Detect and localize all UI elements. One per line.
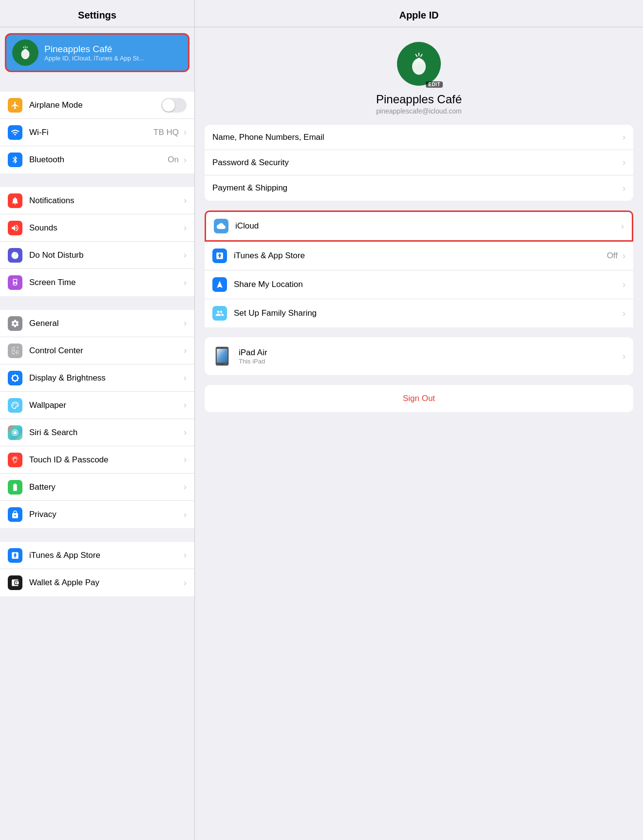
sidebar-item-do-not-disturb[interactable]: Do Not Disturb ›: [0, 242, 194, 269]
notifications-chevron: ›: [184, 195, 187, 206]
sidebar-item-bluetooth[interactable]: Bluetooth On ›: [0, 146, 194, 173]
appstore-right-icon: [215, 251, 224, 260]
apple-id-name: Pineapples Café: [376, 93, 462, 106]
group-divider-3: [0, 296, 194, 310]
left-header: Settings: [0, 0, 194, 27]
sidebar-item-privacy[interactable]: Privacy ›: [0, 501, 194, 528]
siri-search-label: Siri & Search: [29, 428, 182, 438]
right-row-icloud[interactable]: iCloud ›: [205, 210, 633, 242]
sidebar-item-wifi[interactable]: Wi-Fi TB HQ ›: [0, 119, 194, 146]
right-row-share-location[interactable]: Share My Location ›: [205, 270, 633, 299]
display-brightness-icon: [8, 371, 22, 385]
big-avatar[interactable]: EDIT: [397, 42, 441, 86]
group-divider-2: [0, 173, 194, 187]
itunes-appstore-right-chevron: ›: [623, 251, 625, 261]
info-group: Name, Phone Numbers, Email › Password & …: [205, 125, 633, 201]
general-icon: [8, 316, 22, 331]
touch-id-label: Touch ID & Passcode: [29, 455, 182, 465]
ipad-air-info: iPad Air This iPad: [239, 348, 621, 365]
big-pineapple-icon: [405, 50, 433, 77]
screen-time-icon: [8, 275, 22, 290]
sidebar-item-wallpaper[interactable]: Wallpaper ›: [0, 392, 194, 419]
ipad-air-label: iPad Air: [239, 348, 621, 358]
sidebar-item-airplane-mode[interactable]: Airplane Mode: [0, 92, 194, 119]
sidebar-item-screen-time[interactable]: Screen Time ›: [0, 269, 194, 296]
right-panel: Apple ID EDIT Pineapples Café pineapples…: [195, 0, 643, 840]
password-security-chevron: ›: [623, 157, 625, 168]
do-not-disturb-chevron: ›: [184, 250, 187, 260]
location-icon: [215, 280, 224, 289]
display-brightness-chevron: ›: [184, 373, 187, 383]
general-chevron: ›: [184, 318, 187, 328]
sidebar-item-general[interactable]: General ›: [0, 310, 194, 337]
apple-id-profile: EDIT Pineapples Café pineapplescafe@iclo…: [195, 27, 643, 125]
sidebar-item-notifications[interactable]: Notifications ›: [0, 187, 194, 214]
bluetooth-label: Bluetooth: [29, 155, 168, 165]
name-phone-email-chevron: ›: [623, 132, 625, 142]
itunes-appstore-value: Off: [607, 251, 618, 261]
sign-out-group: Sign Out: [205, 385, 633, 412]
right-row-payment-shipping[interactable]: Payment & Shipping ›: [205, 175, 633, 201]
appstore-icon: [8, 548, 22, 563]
family-sharing-icon-container: [212, 306, 227, 321]
sidebar-item-siri-search[interactable]: Siri & Search ›: [0, 419, 194, 446]
right-row-itunes-appstore[interactable]: iTunes & App Store Off ›: [205, 242, 633, 270]
wallet-chevron: ›: [184, 578, 187, 588]
sidebar-item-sounds[interactable]: Sounds ›: [0, 214, 194, 242]
touch-id-chevron: ›: [184, 455, 187, 465]
ipad-air-chevron: ›: [623, 351, 625, 362]
sidebar-item-wallet[interactable]: Wallet & Apple Pay ›: [0, 569, 194, 596]
wifi-label: Wi-Fi: [29, 128, 153, 137]
wallet-label: Wallet & Apple Pay: [29, 578, 182, 588]
wifi-value: TB HQ: [153, 128, 179, 137]
airplane-mode-toggle[interactable]: [161, 98, 187, 113]
icloud-chevron: ›: [621, 221, 624, 231]
group-divider-4: [0, 528, 194, 542]
itunes-appstore-right-label: iTunes & App Store: [234, 251, 607, 261]
ipad-icon: [215, 346, 229, 366]
group-notifications: Notifications › Sounds › Do Not Disturb …: [0, 187, 194, 296]
icloud-icon-container: [214, 219, 228, 233]
right-row-name-phone-email[interactable]: Name, Phone Numbers, Email ›: [205, 125, 633, 150]
sidebar-item-battery[interactable]: Battery ›: [0, 474, 194, 501]
ipad-air-sub: This iPad: [239, 358, 621, 365]
ipad-air-device-icon: [212, 344, 232, 368]
screen-time-label: Screen Time: [29, 278, 182, 287]
right-row-family-sharing[interactable]: Set Up Family Sharing ›: [205, 299, 633, 327]
profile-row[interactable]: Pineapples Café Apple ID, iCloud, iTunes…: [5, 33, 189, 72]
profile-info: Pineapples Café Apple ID, iCloud, iTunes…: [44, 44, 182, 62]
sidebar-item-control-center[interactable]: Control Center ›: [0, 337, 194, 364]
notifications-icon: [8, 193, 22, 208]
group-connectivity: Airplane Mode Wi-Fi TB HQ › Bluetooth On…: [0, 92, 194, 173]
payment-shipping-chevron: ›: [623, 183, 625, 193]
sounds-icon: [8, 221, 22, 235]
right-header: Apple ID: [195, 0, 643, 27]
right-title: Apple ID: [203, 10, 635, 21]
sign-out-row[interactable]: Sign Out: [205, 385, 633, 412]
right-row-password-security[interactable]: Password & Security ›: [205, 150, 633, 175]
wifi-chevron: ›: [184, 127, 187, 137]
privacy-label: Privacy: [29, 510, 182, 519]
right-row-ipad-air[interactable]: iPad Air This iPad ›: [205, 337, 633, 375]
profile-name: Pineapples Café: [44, 44, 182, 55]
sidebar-item-touch-id[interactable]: Touch ID & Passcode ›: [0, 446, 194, 474]
family-sharing-chevron: ›: [623, 308, 625, 319]
payment-shipping-label: Payment & Shipping: [212, 183, 621, 193]
sidebar-item-display-brightness[interactable]: Display & Brightness ›: [0, 364, 194, 392]
general-label: General: [29, 319, 182, 328]
display-brightness-label: Display & Brightness: [29, 373, 182, 383]
bluetooth-chevron: ›: [184, 155, 187, 165]
bluetooth-value: On: [168, 155, 179, 165]
edit-badge: EDIT: [426, 81, 443, 88]
wallpaper-chevron: ›: [184, 400, 187, 410]
sign-out-label: Sign Out: [403, 394, 435, 403]
icloud-label: iCloud: [235, 221, 619, 231]
sidebar-item-itunes-appstore[interactable]: iTunes & App Store ›: [0, 542, 194, 569]
notifications-label: Notifications: [29, 196, 182, 206]
control-center-label: Control Center: [29, 346, 182, 356]
svg-point-6: [14, 432, 16, 434]
icloud-icon: [217, 222, 226, 230]
device-group: iPad Air This iPad ›: [205, 337, 633, 375]
svg-point-2: [13, 404, 14, 405]
control-center-icon: [8, 344, 22, 358]
